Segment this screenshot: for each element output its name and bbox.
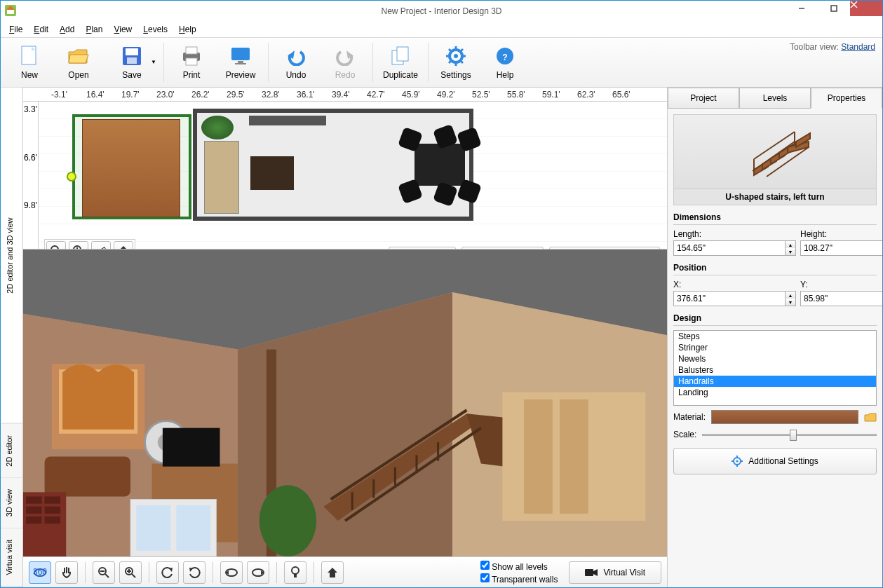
view-mode-tabs: 2D editor and 3D view 2D editor 3D view … xyxy=(1,88,23,587)
title-bar: New Project - Interior Design 3D xyxy=(1,1,882,22)
monitor-icon xyxy=(229,45,252,67)
plan-canvas[interactable] xyxy=(39,102,667,249)
gear-small-icon xyxy=(732,456,743,467)
show-all-levels-check[interactable]: Show all levels xyxy=(480,561,558,572)
measure-button[interactable] xyxy=(91,241,111,249)
svg-line-31 xyxy=(449,60,452,63)
rotate-ccw-button[interactable] xyxy=(156,561,179,584)
x-input[interactable]: ▲▼ xyxy=(673,291,796,306)
svg-rect-84 xyxy=(26,517,41,524)
tab-virtual-visit[interactable]: Virtua visit xyxy=(1,528,22,587)
folder-open-icon xyxy=(67,45,90,67)
svg-line-30 xyxy=(460,49,463,52)
height-input[interactable]: ▲▼ xyxy=(800,240,882,256)
list-item[interactable]: Newels xyxy=(674,353,876,364)
save-dropdown-icon[interactable]: ▼ xyxy=(151,59,156,65)
menu-edit[interactable]: Edit xyxy=(28,23,54,36)
zoom-in-button[interactable] xyxy=(69,241,88,249)
zoom-out-3d-button[interactable] xyxy=(93,561,115,584)
svg-point-23 xyxy=(454,54,458,58)
svg-marker-95 xyxy=(169,568,173,572)
preview-button[interactable]: Preview xyxy=(216,39,265,86)
rotate-cw-button[interactable] xyxy=(183,561,205,584)
svg-point-101 xyxy=(292,567,299,574)
object-thumbnail: U-shaped stairs, left turn xyxy=(673,114,877,205)
svg-line-29 xyxy=(460,60,463,63)
svg-point-118 xyxy=(736,460,739,463)
svg-marker-96 xyxy=(189,568,193,572)
y-input[interactable]: ▲▼ xyxy=(800,291,882,306)
material-swatch[interactable] xyxy=(711,410,858,424)
menu-levels[interactable]: Levels xyxy=(137,23,173,36)
minimize-button[interactable] xyxy=(786,1,818,16)
zoom-out-button[interactable] xyxy=(46,241,66,249)
home-3d-button[interactable] xyxy=(321,561,344,584)
help-button[interactable]: ?Help xyxy=(480,39,530,86)
svg-point-72 xyxy=(259,485,317,556)
toolbar-view-link[interactable]: Standard xyxy=(841,42,875,52)
save-button[interactable]: Save▼ xyxy=(103,39,161,86)
close-button[interactable] xyxy=(850,1,882,16)
menu-file[interactable]: File xyxy=(4,23,28,36)
menu-plan[interactable]: Plan xyxy=(80,23,108,36)
menu-help[interactable]: Help xyxy=(173,23,202,36)
pan-button[interactable] xyxy=(55,561,78,584)
design-parts-list[interactable]: StepsStringerNewelsBalustersHandrailsLan… xyxy=(673,330,877,406)
floor-plan-button[interactable]: Floor Plan xyxy=(461,247,544,249)
new-button[interactable]: New xyxy=(5,39,54,86)
virtual-visit-button[interactable]: Virtual Visit xyxy=(569,561,661,584)
menu-add[interactable]: Add xyxy=(54,23,80,36)
duplicate-button[interactable]: Duplicate xyxy=(376,39,425,86)
svg-rect-74 xyxy=(524,399,553,514)
svg-rect-61 xyxy=(163,428,220,467)
svg-rect-104 xyxy=(585,569,593,576)
list-item[interactable]: Handrails xyxy=(674,376,876,387)
ruler-horizontal: -3.1'16.4'19.7'23.0'26.2'29.5'32.8'36.1'… xyxy=(23,88,667,102)
menu-view[interactable]: View xyxy=(108,23,137,36)
undo-button[interactable]: Undo xyxy=(271,39,321,86)
tab-2d[interactable]: 2D editor xyxy=(1,424,22,479)
list-item[interactable]: Steps xyxy=(674,331,876,342)
list-item[interactable]: Balusters xyxy=(674,364,876,376)
camera-icon xyxy=(585,568,598,577)
floor-plan-view[interactable]: 3.3'6.6'9.8' xyxy=(23,102,667,249)
svg-rect-17 xyxy=(235,63,246,64)
ruler-vertical: 3.3'6.6'9.8' xyxy=(23,102,39,249)
tilt-down-button[interactable] xyxy=(247,561,269,584)
svg-rect-1 xyxy=(7,9,14,14)
redo-button[interactable]: Redo xyxy=(321,39,370,86)
lighting-button[interactable] xyxy=(284,561,306,584)
open-button[interactable]: Open xyxy=(54,39,103,86)
transparent-walls-check[interactable]: Transparent walls xyxy=(480,573,558,584)
app-icon xyxy=(5,5,16,16)
tilt-up-button[interactable] xyxy=(220,561,243,584)
print-button[interactable]: Print xyxy=(167,39,216,86)
svg-line-92 xyxy=(132,574,135,577)
list-item[interactable]: Landing xyxy=(674,387,876,398)
length-input[interactable]: ▲▼ xyxy=(673,240,796,256)
browse-material-icon[interactable] xyxy=(864,411,877,423)
tab-properties[interactable]: Properties xyxy=(811,88,882,109)
levels-button[interactable]: Levels xyxy=(389,247,457,249)
additional-settings-button[interactable]: Additional Settings xyxy=(673,448,877,474)
tab-project[interactable]: Project xyxy=(668,88,739,109)
undo-icon xyxy=(285,45,307,67)
svg-rect-77 xyxy=(136,505,170,551)
svg-rect-82 xyxy=(26,507,41,514)
show-dimensions-button[interactable]: Show Dimensions xyxy=(549,247,660,249)
settings-button[interactable]: Settings xyxy=(431,39,480,86)
scale-slider[interactable] xyxy=(702,428,877,441)
tab-levels[interactable]: Levels xyxy=(739,88,811,109)
orbit-360-button[interactable]: 360 xyxy=(29,561,51,584)
maximize-button[interactable] xyxy=(818,1,850,16)
tab-3d[interactable]: 3D view xyxy=(1,478,22,528)
zoom-in-3d-button[interactable] xyxy=(119,561,142,584)
home-view-button[interactable] xyxy=(114,241,133,249)
window-title: New Project - Interior Design 3D xyxy=(381,6,501,16)
3d-view[interactable] xyxy=(23,249,667,556)
3d-toolbar: 360 Show all levels Transparent walls Vi… xyxy=(23,556,667,587)
svg-line-89 xyxy=(105,574,109,577)
list-item[interactable]: Stringer xyxy=(674,342,876,353)
tab-2d-3d[interactable]: 2D editor and 3D view xyxy=(1,88,22,424)
svg-point-34 xyxy=(51,246,58,249)
